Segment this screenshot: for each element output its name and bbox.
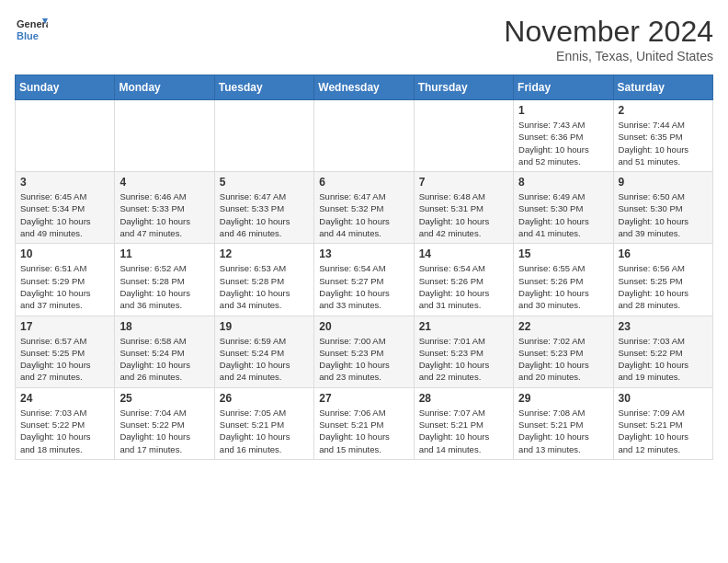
calendar-cell: 24Sunrise: 7:03 AM Sunset: 5:22 PM Dayli…	[16, 387, 115, 459]
day-number: 24	[20, 392, 109, 405]
calendar-cell: 20Sunrise: 7:00 AM Sunset: 5:23 PM Dayli…	[314, 316, 414, 387]
calendar-cell: 2Sunrise: 7:44 AM Sunset: 6:35 PM Daylig…	[613, 100, 712, 172]
day-info: Sunrise: 7:43 AM Sunset: 6:36 PM Dayligh…	[518, 119, 608, 167]
day-number: 23	[619, 320, 708, 333]
calendar-cell: 5Sunrise: 6:47 AM Sunset: 5:33 PM Daylig…	[214, 172, 313, 244]
weekday-header-tuesday: Tuesday	[214, 75, 313, 100]
day-info: Sunrise: 6:54 AM Sunset: 5:27 PM Dayligh…	[319, 262, 408, 311]
calendar-cell: 23Sunrise: 7:03 AM Sunset: 5:22 PM Dayli…	[613, 316, 712, 387]
day-number: 2	[619, 104, 708, 117]
day-number: 30	[619, 392, 708, 405]
calendar-week-row: 17Sunrise: 6:57 AM Sunset: 5:25 PM Dayli…	[16, 316, 713, 387]
weekday-header-monday: Monday	[115, 75, 214, 100]
day-info: Sunrise: 7:03 AM Sunset: 5:22 PM Dayligh…	[20, 407, 109, 455]
day-info: Sunrise: 6:54 AM Sunset: 5:26 PM Dayligh…	[419, 262, 508, 311]
day-info: Sunrise: 6:47 AM Sunset: 5:32 PM Dayligh…	[319, 190, 408, 239]
day-info: Sunrise: 7:03 AM Sunset: 5:22 PM Dayligh…	[619, 335, 708, 384]
month-title: November 2024	[504, 15, 713, 49]
calendar-cell: 19Sunrise: 6:59 AM Sunset: 5:24 PM Dayli…	[214, 316, 313, 387]
day-number: 28	[419, 392, 508, 405]
day-number: 21	[419, 320, 508, 333]
calendar-cell: 10Sunrise: 6:51 AM Sunset: 5:29 PM Dayli…	[16, 244, 115, 316]
calendar-cell	[16, 100, 115, 172]
day-number: 18	[119, 320, 209, 333]
day-info: Sunrise: 7:05 AM Sunset: 5:21 PM Dayligh…	[220, 407, 309, 455]
calendar-table: SundayMondayTuesdayWednesdayThursdayFrid…	[15, 75, 713, 460]
calendar-cell	[314, 100, 414, 172]
day-info: Sunrise: 6:58 AM Sunset: 5:24 PM Dayligh…	[119, 335, 209, 384]
day-number: 6	[319, 176, 408, 189]
day-number: 9	[619, 176, 708, 189]
calendar-cell: 14Sunrise: 6:54 AM Sunset: 5:26 PM Dayli…	[414, 244, 513, 316]
day-info: Sunrise: 7:01 AM Sunset: 5:23 PM Dayligh…	[419, 335, 508, 384]
weekday-header-saturday: Saturday	[613, 75, 712, 100]
day-number: 15	[518, 247, 608, 260]
weekday-header-row: SundayMondayTuesdayWednesdayThursdayFrid…	[16, 75, 713, 100]
title-section: November 2024 Ennis, Texas, United State…	[504, 15, 713, 63]
day-number: 26	[220, 392, 309, 405]
calendar-cell: 12Sunrise: 6:53 AM Sunset: 5:28 PM Dayli…	[214, 244, 313, 316]
calendar-cell: 27Sunrise: 7:06 AM Sunset: 5:21 PM Dayli…	[314, 387, 414, 459]
calendar-cell: 18Sunrise: 6:58 AM Sunset: 5:24 PM Dayli…	[115, 316, 214, 387]
calendar-cell: 25Sunrise: 7:04 AM Sunset: 5:22 PM Dayli…	[115, 387, 214, 459]
day-number: 17	[20, 320, 109, 333]
day-number: 19	[220, 320, 309, 333]
day-number: 29	[518, 392, 608, 405]
day-info: Sunrise: 7:08 AM Sunset: 5:21 PM Dayligh…	[518, 407, 608, 455]
calendar-week-row: 10Sunrise: 6:51 AM Sunset: 5:29 PM Dayli…	[16, 244, 713, 316]
calendar-cell: 21Sunrise: 7:01 AM Sunset: 5:23 PM Dayli…	[414, 316, 513, 387]
day-number: 14	[419, 247, 508, 260]
calendar-cell	[214, 100, 313, 172]
day-info: Sunrise: 6:46 AM Sunset: 5:33 PM Dayligh…	[119, 190, 209, 239]
day-info: Sunrise: 6:48 AM Sunset: 5:31 PM Dayligh…	[419, 190, 508, 239]
day-info: Sunrise: 6:53 AM Sunset: 5:28 PM Dayligh…	[220, 262, 309, 311]
day-info: Sunrise: 6:49 AM Sunset: 5:30 PM Dayligh…	[518, 190, 608, 239]
day-number: 25	[119, 392, 209, 405]
day-info: Sunrise: 7:04 AM Sunset: 5:22 PM Dayligh…	[119, 407, 209, 455]
calendar-cell: 8Sunrise: 6:49 AM Sunset: 5:30 PM Daylig…	[514, 172, 613, 244]
day-number: 11	[119, 247, 209, 260]
calendar-week-row: 1Sunrise: 7:43 AM Sunset: 6:36 PM Daylig…	[16, 100, 713, 172]
day-info: Sunrise: 6:50 AM Sunset: 5:30 PM Dayligh…	[619, 190, 708, 239]
location-title: Ennis, Texas, United States	[504, 49, 713, 63]
day-number: 4	[119, 176, 209, 189]
day-info: Sunrise: 7:44 AM Sunset: 6:35 PM Dayligh…	[619, 119, 708, 167]
day-info: Sunrise: 7:09 AM Sunset: 5:21 PM Dayligh…	[619, 407, 708, 455]
day-number: 8	[518, 176, 608, 189]
day-info: Sunrise: 7:07 AM Sunset: 5:21 PM Dayligh…	[419, 407, 508, 455]
day-info: Sunrise: 6:47 AM Sunset: 5:33 PM Dayligh…	[220, 190, 309, 239]
day-number: 1	[518, 104, 608, 117]
calendar-cell: 1Sunrise: 7:43 AM Sunset: 6:36 PM Daylig…	[514, 100, 613, 172]
calendar-cell: 16Sunrise: 6:56 AM Sunset: 5:25 PM Dayli…	[613, 244, 712, 316]
svg-text:Blue: Blue	[17, 30, 39, 41]
day-number: 3	[20, 176, 109, 189]
calendar-cell: 4Sunrise: 6:46 AM Sunset: 5:33 PM Daylig…	[115, 172, 214, 244]
calendar-cell: 3Sunrise: 6:45 AM Sunset: 5:34 PM Daylig…	[16, 172, 115, 244]
day-number: 13	[319, 247, 408, 260]
day-number: 7	[419, 176, 508, 189]
day-number: 22	[518, 320, 608, 333]
day-info: Sunrise: 7:06 AM Sunset: 5:21 PM Dayligh…	[319, 407, 408, 455]
logo-icon: General Blue	[15, 15, 48, 48]
day-number: 12	[220, 247, 309, 260]
calendar-cell: 22Sunrise: 7:02 AM Sunset: 5:23 PM Dayli…	[514, 316, 613, 387]
calendar-cell: 29Sunrise: 7:08 AM Sunset: 5:21 PM Dayli…	[514, 387, 613, 459]
day-number: 16	[619, 247, 708, 260]
day-info: Sunrise: 7:02 AM Sunset: 5:23 PM Dayligh…	[518, 335, 608, 384]
day-info: Sunrise: 6:59 AM Sunset: 5:24 PM Dayligh…	[220, 335, 309, 384]
day-info: Sunrise: 6:57 AM Sunset: 5:25 PM Dayligh…	[20, 335, 109, 384]
weekday-header-sunday: Sunday	[16, 75, 115, 100]
calendar-week-row: 24Sunrise: 7:03 AM Sunset: 5:22 PM Dayli…	[16, 387, 713, 459]
day-number: 20	[319, 320, 408, 333]
day-number: 27	[319, 392, 408, 405]
day-number: 5	[220, 176, 309, 189]
weekday-header-thursday: Thursday	[414, 75, 513, 100]
calendar-cell: 9Sunrise: 6:50 AM Sunset: 5:30 PM Daylig…	[613, 172, 712, 244]
day-info: Sunrise: 6:55 AM Sunset: 5:26 PM Dayligh…	[518, 262, 608, 311]
calendar-cell: 26Sunrise: 7:05 AM Sunset: 5:21 PM Dayli…	[214, 387, 313, 459]
weekday-header-wednesday: Wednesday	[314, 75, 414, 100]
calendar-cell	[414, 100, 513, 172]
logo: General Blue	[15, 15, 48, 48]
weekday-header-friday: Friday	[514, 75, 613, 100]
day-info: Sunrise: 6:45 AM Sunset: 5:34 PM Dayligh…	[20, 190, 109, 239]
